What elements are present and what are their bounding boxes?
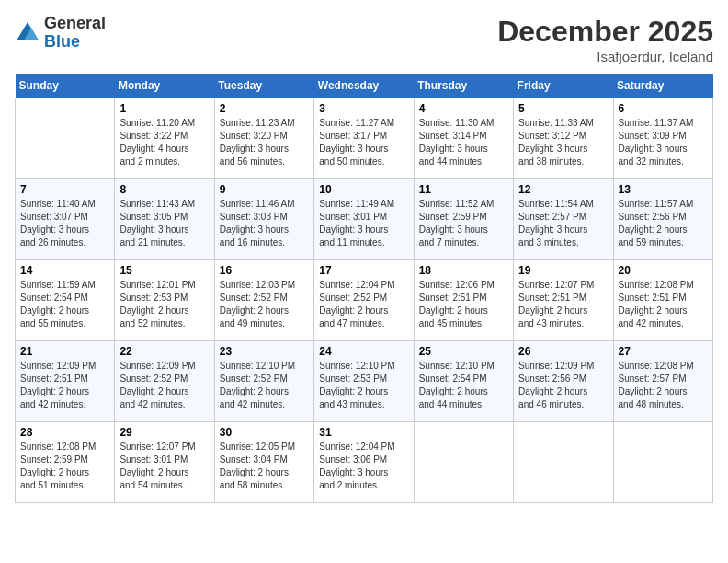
col-wednesday: Wednesday	[314, 74, 414, 98]
calendar-cell: 22Sunrise: 12:09 PMSunset: 2:52 PMDaylig…	[115, 341, 214, 422]
day-number: 1	[119, 102, 209, 115]
day-number: 6	[619, 102, 708, 115]
day-number: 21	[20, 345, 109, 358]
calendar-table: Sunday Monday Tuesday Wednesday Thursday…	[15, 74, 713, 503]
day-info: Sunrise: 12:10 PMSunset: 2:53 PMDaylight…	[319, 360, 408, 411]
day-number: 13	[619, 183, 708, 196]
day-info: Sunrise: 12:05 PMSunset: 3:04 PMDaylight…	[220, 441, 309, 492]
day-info: Sunrise: 12:08 PMSunset: 2:57 PMDaylight…	[619, 360, 708, 411]
calendar-cell: 6Sunrise: 11:37 AMSunset: 3:09 PMDayligh…	[613, 98, 712, 179]
day-number: 19	[518, 264, 608, 277]
day-number: 4	[419, 102, 508, 115]
calendar-cell	[414, 422, 513, 503]
calendar-cell: 10Sunrise: 11:49 AMSunset: 3:01 PMDaylig…	[314, 179, 414, 260]
day-number: 10	[319, 183, 408, 196]
day-number: 3	[319, 102, 408, 115]
title-block: December 2025 Isafjoerdur, Iceland	[497, 15, 713, 64]
day-info: Sunrise: 11:43 AMSunset: 3:05 PMDaylight…	[119, 198, 209, 249]
day-info: Sunrise: 12:09 PMSunset: 2:52 PMDaylight…	[119, 360, 209, 411]
logo-general: General	[44, 14, 106, 32]
day-info: Sunrise: 11:49 AMSunset: 3:01 PMDaylight…	[319, 198, 408, 249]
logo: General Blue	[15, 15, 106, 52]
day-number: 11	[419, 183, 508, 196]
calendar-cell: 21Sunrise: 12:09 PMSunset: 2:51 PMDaylig…	[16, 341, 115, 422]
logo-icon	[15, 20, 40, 46]
subtitle: Isafjoerdur, Iceland	[497, 49, 713, 64]
calendar-cell	[613, 422, 712, 503]
day-number: 23	[220, 345, 309, 358]
day-info: Sunrise: 12:03 PMSunset: 2:52 PMDaylight…	[220, 279, 309, 330]
day-number: 8	[119, 183, 209, 196]
day-number: 27	[619, 345, 708, 358]
calendar-cell: 23Sunrise: 12:10 PMSunset: 2:52 PMDaylig…	[214, 341, 313, 422]
calendar-cell: 11Sunrise: 11:52 AMSunset: 2:59 PMDaylig…	[414, 179, 513, 260]
day-number: 5	[518, 102, 608, 115]
col-saturday: Saturday	[613, 74, 712, 98]
day-number: 17	[319, 264, 408, 277]
day-info: Sunrise: 11:52 AMSunset: 2:59 PMDaylight…	[419, 198, 508, 249]
calendar-cell	[16, 98, 115, 179]
day-info: Sunrise: 11:30 AMSunset: 3:14 PMDaylight…	[419, 117, 508, 168]
day-info: Sunrise: 12:04 PMSunset: 2:52 PMDaylight…	[319, 279, 408, 330]
calendar-cell: 8Sunrise: 11:43 AMSunset: 3:05 PMDayligh…	[115, 179, 214, 260]
day-info: Sunrise: 12:09 PMSunset: 2:51 PMDaylight…	[20, 360, 109, 411]
col-friday: Friday	[514, 74, 613, 98]
col-sunday: Sunday	[16, 74, 115, 98]
day-info: Sunrise: 11:54 AMSunset: 2:57 PMDaylight…	[518, 198, 608, 249]
calendar-cell: 12Sunrise: 11:54 AMSunset: 2:57 PMDaylig…	[514, 179, 613, 260]
day-number: 30	[220, 426, 309, 439]
calendar-cell: 1Sunrise: 11:20 AMSunset: 3:22 PMDayligh…	[115, 98, 214, 179]
day-info: Sunrise: 12:07 PMSunset: 3:01 PMDaylight…	[119, 441, 209, 492]
calendar-cell: 2Sunrise: 11:23 AMSunset: 3:20 PMDayligh…	[214, 98, 313, 179]
day-number: 15	[119, 264, 209, 277]
day-info: Sunrise: 11:40 AMSunset: 3:07 PMDaylight…	[20, 198, 109, 249]
calendar-cell: 25Sunrise: 12:10 PMSunset: 2:54 PMDaylig…	[414, 341, 513, 422]
day-info: Sunrise: 12:09 PMSunset: 2:56 PMDaylight…	[518, 360, 608, 411]
day-number: 18	[419, 264, 508, 277]
day-number: 31	[319, 426, 408, 439]
calendar-cell: 29Sunrise: 12:07 PMSunset: 3:01 PMDaylig…	[115, 422, 214, 503]
page-header: General Blue December 2025 Isafjoerdur, …	[15, 15, 713, 64]
calendar-cell: 15Sunrise: 12:01 PMSunset: 2:53 PMDaylig…	[115, 260, 214, 341]
calendar-cell: 7Sunrise: 11:40 AMSunset: 3:07 PMDayligh…	[16, 179, 115, 260]
calendar-cell: 28Sunrise: 12:08 PMSunset: 2:59 PMDaylig…	[16, 422, 115, 503]
day-number: 22	[119, 345, 209, 358]
logo-blue: Blue	[44, 32, 80, 51]
day-number: 9	[220, 183, 309, 196]
day-number: 20	[619, 264, 708, 277]
day-number: 2	[220, 102, 309, 115]
day-info: Sunrise: 12:07 PMSunset: 2:51 PMDaylight…	[518, 279, 608, 330]
day-number: 16	[220, 264, 309, 277]
calendar-cell: 9Sunrise: 11:46 AMSunset: 3:03 PMDayligh…	[214, 179, 313, 260]
col-monday: Monday	[115, 74, 214, 98]
col-thursday: Thursday	[414, 74, 513, 98]
day-info: Sunrise: 11:33 AMSunset: 3:12 PMDaylight…	[518, 117, 608, 168]
day-number: 14	[20, 264, 109, 277]
day-info: Sunrise: 12:10 PMSunset: 2:54 PMDaylight…	[419, 360, 508, 411]
day-info: Sunrise: 12:06 PMSunset: 2:51 PMDaylight…	[419, 279, 508, 330]
day-info: Sunrise: 12:08 PMSunset: 2:59 PMDaylight…	[20, 441, 109, 492]
col-tuesday: Tuesday	[214, 74, 313, 98]
calendar-cell: 30Sunrise: 12:05 PMSunset: 3:04 PMDaylig…	[214, 422, 313, 503]
day-number: 29	[119, 426, 209, 439]
calendar-cell: 19Sunrise: 12:07 PMSunset: 2:51 PMDaylig…	[514, 260, 613, 341]
logo-text: General Blue	[44, 15, 106, 52]
week-row-2: 7Sunrise: 11:40 AMSunset: 3:07 PMDayligh…	[16, 179, 713, 260]
day-info: Sunrise: 11:23 AMSunset: 3:20 PMDaylight…	[220, 117, 309, 168]
calendar-cell: 4Sunrise: 11:30 AMSunset: 3:14 PMDayligh…	[414, 98, 513, 179]
week-row-4: 21Sunrise: 12:09 PMSunset: 2:51 PMDaylig…	[16, 341, 713, 422]
day-number: 7	[20, 183, 109, 196]
calendar-cell: 17Sunrise: 12:04 PMSunset: 2:52 PMDaylig…	[314, 260, 414, 341]
calendar-cell: 16Sunrise: 12:03 PMSunset: 2:52 PMDaylig…	[214, 260, 313, 341]
month-title: December 2025	[497, 15, 713, 49]
day-number: 12	[518, 183, 608, 196]
day-info: Sunrise: 11:46 AMSunset: 3:03 PMDaylight…	[220, 198, 309, 249]
day-number: 25	[419, 345, 508, 358]
calendar-cell: 31Sunrise: 12:04 PMSunset: 3:06 PMDaylig…	[314, 422, 414, 503]
header-row: Sunday Monday Tuesday Wednesday Thursday…	[16, 74, 713, 98]
calendar-cell	[514, 422, 613, 503]
calendar-cell: 3Sunrise: 11:27 AMSunset: 3:17 PMDayligh…	[314, 98, 414, 179]
day-number: 26	[518, 345, 608, 358]
day-info: Sunrise: 11:37 AMSunset: 3:09 PMDaylight…	[619, 117, 708, 168]
week-row-3: 14Sunrise: 11:59 AMSunset: 2:54 PMDaylig…	[16, 260, 713, 341]
